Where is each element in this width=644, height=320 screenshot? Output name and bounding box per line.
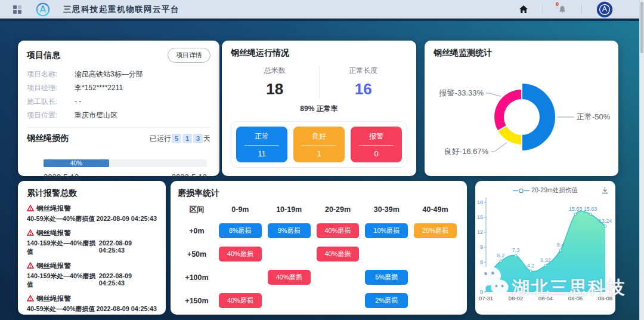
- tile-value: 0: [351, 149, 402, 158]
- alarm-detail: 140-159米处—40%磨损值2022-08-09 04:25:43: [27, 272, 157, 289]
- alarm-type: 钢丝绳报警: [27, 261, 157, 270]
- data-point[interactable]: [559, 249, 562, 251]
- data-point-label: 13.24: [599, 218, 612, 224]
- project-field-row: 施工队长:- -: [27, 95, 210, 109]
- running-suffix: 天: [203, 134, 210, 144]
- wear-col-header: 30-39m: [362, 205, 411, 214]
- project-detail-button[interactable]: 项目详情: [168, 48, 210, 63]
- data-point-label: 7.3: [512, 247, 520, 253]
- start-date: 2020-5-13: [44, 173, 79, 181]
- alarm-type-text: 钢丝绳报警: [36, 204, 71, 213]
- wear-grid: 区间0-9m10-19m20-29m30-39m40-49m+0m8%磨损9%磨…: [178, 200, 460, 312]
- data-point[interactable]: [530, 270, 532, 272]
- divider: [27, 127, 210, 128]
- apps-grid-icon[interactable]: [13, 5, 21, 14]
- damage-progress-label: 40%: [70, 160, 82, 167]
- running-days: 已运行 513 天: [150, 134, 210, 144]
- tile-label: 良好: [293, 131, 345, 141]
- wear-col-header: 0-9m: [216, 205, 265, 214]
- wear-badge[interactable]: 9%磨损: [268, 223, 311, 238]
- rope-status-card: 钢丝绳运行情况 总米数 18 正常长度 16 89% 正常率 正常11良好1报警…: [222, 41, 416, 176]
- wear-badge[interactable]: 40%磨损: [268, 270, 311, 285]
- alarm-desc: 140-159米处—40%磨损值: [27, 272, 99, 289]
- running-day-chip: 3: [193, 134, 203, 143]
- wear-badge[interactable]: 40%磨损: [317, 223, 360, 238]
- alarm-desc: 140-159米处—40%磨损值: [27, 239, 99, 256]
- wear-cell: 40%磨损: [216, 247, 265, 261]
- alarm-item[interactable]: 钢丝绳报警140-159米处—40%磨损值2022-08-09 04:25:43: [27, 229, 157, 256]
- notification-bell-icon[interactable]: 0: [558, 5, 567, 14]
- wear-data-row: +50m40%磨损40%磨损: [178, 242, 460, 266]
- logo-icon: [36, 2, 50, 17]
- project-field-row: 项目名称:渝昆高铁站3标—分部: [27, 67, 210, 81]
- grid-dot: [13, 5, 17, 9]
- alarm-detail: 140-159米处—40%磨损值2022-08-09 04:25:43: [27, 239, 157, 256]
- wear-badge[interactable]: 40%磨损: [317, 247, 360, 261]
- rope-status-title: 钢丝绳运行情况: [231, 48, 289, 59]
- project-info-title: 项目信息: [27, 50, 60, 61]
- field-label: 施工队长:: [27, 95, 75, 109]
- home-icon[interactable]: [519, 5, 528, 14]
- avatar-logo-icon: [596, 1, 613, 18]
- data-point[interactable]: [574, 213, 577, 216]
- wear-cell: 40%磨损: [216, 293, 265, 308]
- wear-badge[interactable]: 10%磨损: [365, 223, 408, 238]
- alarm-time: 2022-08-09 04:25:43: [99, 239, 157, 256]
- bell-badge: 0: [556, 1, 559, 7]
- donut-label-alarm: 报警-33.33%: [439, 88, 484, 97]
- page-scrollbar[interactable]: [639, 0, 644, 320]
- alarm-detail: 40-59米处—40%磨损值2022-08-09 04:25:43: [27, 215, 157, 223]
- project-fields: 项目名称:渝昆高铁站3标—分部项目经理:李*152****2211施工队长:- …: [27, 67, 210, 122]
- wear-cell: 40%磨损: [314, 223, 363, 238]
- wear-badge[interactable]: 40%磨损: [219, 247, 262, 261]
- stat-label: 正常长度: [320, 66, 408, 76]
- status-tiles: 正常11良好1报警0: [231, 121, 407, 168]
- alarm-time: 2022-08-09 04:25:43: [99, 272, 157, 289]
- data-point[interactable]: [515, 254, 517, 257]
- data-point[interactable]: [544, 264, 547, 267]
- y-tick-label: 12: [477, 229, 483, 235]
- data-point[interactable]: [604, 225, 606, 227]
- status-tile-良好[interactable]: 良好1: [293, 127, 345, 162]
- download-icon[interactable]: [601, 186, 609, 196]
- wear-cell: 8%磨损: [216, 223, 265, 238]
- brand-logo-icon[interactable]: [36, 2, 50, 17]
- donut-slice-正常[interactable]: [522, 83, 556, 151]
- data-point[interactable]: [589, 213, 592, 216]
- data-point[interactable]: [485, 275, 487, 278]
- scrollbar-thumb[interactable]: [640, 2, 643, 53]
- y-tick-label: 3: [480, 274, 483, 280]
- donut-label-normal: 正常-50%: [577, 112, 611, 121]
- alarm-detail: 40-59米处—40%磨损值2022-08-09 04:25:43: [27, 305, 157, 313]
- data-point-label: 5.32: [540, 257, 551, 263]
- alarm-item[interactable]: 钢丝绳报警140-159米处—40%磨损值2022-08-09 04:25:43: [27, 261, 157, 289]
- user-avatar[interactable]: [596, 1, 613, 18]
- status-tile-报警[interactable]: 报警0: [351, 127, 402, 162]
- alarm-type: 钢丝绳报警: [27, 294, 157, 303]
- project-info-card: 项目信息 项目详情 项目名称:渝昆高铁站3标—分部项目经理:李*152****2…: [18, 41, 219, 176]
- field-label: 项目经理:: [27, 81, 75, 95]
- wear-cell: 20%磨损: [411, 223, 460, 238]
- data-point[interactable]: [500, 260, 502, 262]
- wear-col-header: 40-49m: [411, 205, 460, 214]
- wear-badge[interactable]: 5%磨损: [365, 270, 408, 285]
- alarm-desc: 40-59米处—40%磨损值: [27, 305, 95, 313]
- wear-badge[interactable]: 8%磨损: [219, 223, 262, 238]
- wear-cell: 40%磨损: [314, 247, 363, 261]
- stat-value: 18: [231, 80, 319, 99]
- chart-legend[interactable]: 20-29m处损伤值: [475, 186, 615, 195]
- data-point-label: 15.63: [569, 206, 583, 212]
- wear-badge[interactable]: 40%磨损: [219, 293, 262, 308]
- normal-length-stat: 正常长度 16: [320, 66, 408, 99]
- wear-badge[interactable]: 20%磨损: [414, 223, 457, 238]
- field-label: 项目位置:: [27, 109, 75, 122]
- wear-cell: 40%磨损: [265, 270, 314, 285]
- alarm-item[interactable]: 钢丝绳报警40-59米处—40%磨损值2022-08-09 04:25:43: [27, 204, 157, 223]
- alarm-item[interactable]: 钢丝绳报警40-59米处—40%磨损值2022-08-09 04:25:43: [27, 294, 157, 313]
- wear-badge[interactable]: 2%磨损: [365, 293, 408, 308]
- tile-value: 11: [236, 149, 287, 158]
- divider: [543, 5, 543, 14]
- data-point-label: 6.2: [497, 253, 505, 259]
- status-tile-正常[interactable]: 正常11: [236, 127, 287, 162]
- wear-cell: 2%磨损: [362, 293, 411, 308]
